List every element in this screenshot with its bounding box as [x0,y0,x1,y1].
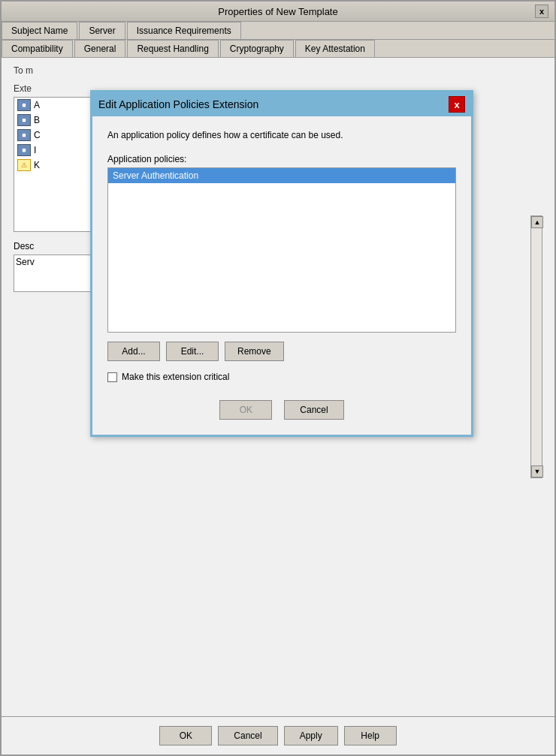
critical-extension-checkbox[interactable] [107,372,117,382]
add-button[interactable]: Add... [107,342,160,361]
dialog-body: An application policy defines how a cert… [92,116,471,435]
edit-button[interactable]: Edit... [166,342,219,361]
dialog-action-buttons: Add... Edit... Remove [107,342,456,361]
dialog-footer-buttons: OK Cancel [107,400,456,423]
policies-listbox[interactable]: Server Authentication [107,167,456,333]
dialog-close-button[interactable]: x [449,96,465,113]
dialog-description: An application policy defines how a cert… [107,128,456,142]
policies-section-label: Application policies: [107,154,456,164]
edit-app-policies-dialog: Edit Application Policies Extension x An… [90,90,473,437]
remove-button[interactable]: Remove [225,342,284,361]
dialog-titlebar: Edit Application Policies Extension x [92,92,471,116]
critical-extension-row: Make this extension critical [107,372,456,382]
critical-extension-label: Make this extension critical [122,372,229,382]
dialog-cancel-button[interactable]: Cancel [284,400,343,420]
policy-item-server-auth[interactable]: Server Authentication [108,168,455,183]
dialog-title: Edit Application Policies Extension [98,98,258,110]
dialog-ok-button[interactable]: OK [219,400,272,420]
